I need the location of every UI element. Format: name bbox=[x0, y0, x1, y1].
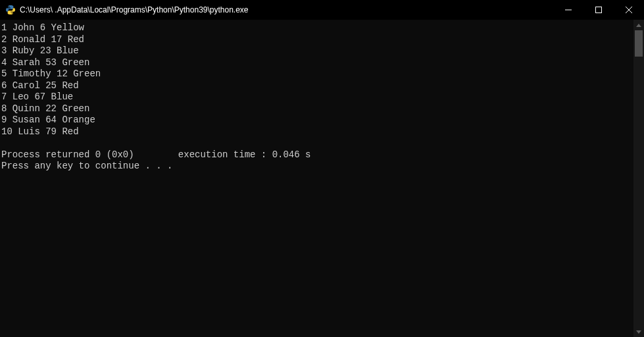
titlebar[interactable]: C:\Users\ .AppData\Local\Programs\Python… bbox=[0, 0, 644, 20]
maximize-button[interactable] bbox=[583, 0, 614, 20]
scroll-up-arrow[interactable] bbox=[633, 20, 644, 30]
scroll-down-arrow[interactable] bbox=[633, 326, 644, 337]
close-button[interactable] bbox=[614, 0, 644, 20]
minimize-button[interactable] bbox=[553, 0, 583, 20]
scroll-track[interactable] bbox=[633, 30, 644, 326]
scroll-thumb[interactable] bbox=[635, 30, 643, 57]
window-title: C:\Users\ .AppData\Local\Programs\Python… bbox=[20, 5, 553, 14]
content-area: 1 John 6 Yellow 2 Ronald 17 Red 3 Ruby 2… bbox=[0, 20, 644, 337]
python-icon bbox=[5, 5, 16, 15]
svg-rect-0 bbox=[596, 7, 602, 13]
terminal-output[interactable]: 1 John 6 Yellow 2 Ronald 17 Red 3 Ruby 2… bbox=[0, 20, 633, 337]
vertical-scrollbar[interactable] bbox=[633, 20, 644, 337]
console-window: C:\Users\ .AppData\Local\Programs\Python… bbox=[0, 0, 644, 337]
window-controls bbox=[553, 0, 644, 20]
